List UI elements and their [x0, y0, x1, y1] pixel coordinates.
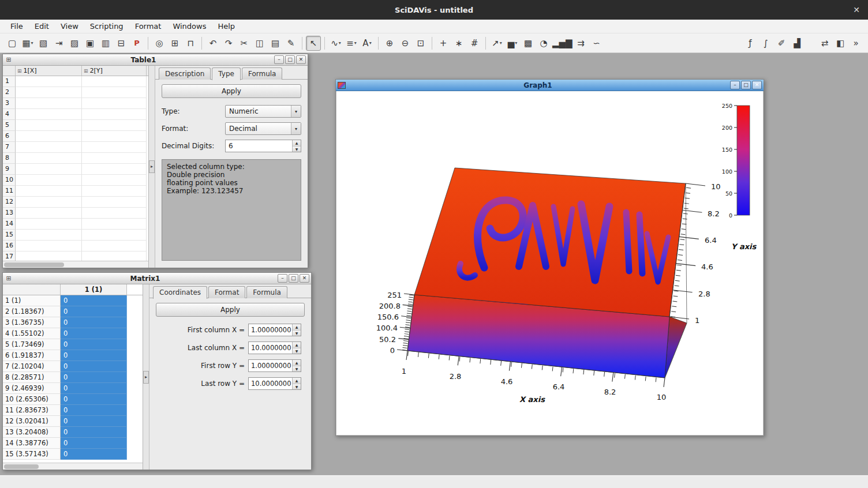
- row-number[interactable]: 15: [3, 230, 16, 241]
- table-cell[interactable]: [16, 109, 82, 120]
- collapse-arrow-icon[interactable]: ▸: [143, 371, 149, 384]
- tab-coordinates[interactable]: Coordinates: [153, 286, 207, 299]
- apply-button[interactable]: Apply: [156, 303, 305, 317]
- spin-down-icon[interactable]: ▼: [293, 384, 301, 390]
- row-number[interactable]: 10: [3, 175, 16, 186]
- tab-format[interactable]: Format: [208, 286, 245, 298]
- menu-view[interactable]: View: [55, 20, 84, 32]
- matrix-cell[interactable]: 0: [61, 405, 127, 416]
- close-button[interactable]: ✕: [296, 55, 306, 64]
- add-text-icon[interactable]: A▾: [360, 36, 375, 51]
- copy-icon[interactable]: ◫: [252, 36, 267, 51]
- row-number[interactable]: 9: [3, 164, 16, 175]
- table-cell[interactable]: [82, 142, 147, 153]
- row-header[interactable]: 13 (3.20408): [3, 427, 61, 438]
- menu-help[interactable]: Help: [212, 20, 241, 32]
- input-value[interactable]: 10.0000000: [249, 342, 292, 354]
- table-cell[interactable]: [16, 251, 82, 261]
- table1-titlebar[interactable]: ⊞ Table1 – □ ✕: [3, 54, 308, 66]
- first-row-y-input[interactable]: 1.00000000▲▼: [248, 359, 301, 372]
- input-value[interactable]: 1.00000000: [249, 324, 292, 336]
- save-project-icon[interactable]: ▣: [83, 36, 98, 51]
- save-as-icon[interactable]: ▥: [98, 36, 113, 51]
- format-dropdown[interactable]: Decimal▾: [225, 122, 301, 135]
- panel-splitter[interactable]: ▸: [149, 66, 155, 268]
- table-cell[interactable]: [82, 175, 147, 186]
- menu-windows[interactable]: Windows: [167, 20, 212, 32]
- decimal-digits-input[interactable]: 6▲▼: [225, 140, 301, 152]
- matrix-cell[interactable]: 0: [61, 339, 127, 350]
- new-aspect-icon[interactable]: ▦▾: [20, 36, 35, 51]
- spin-up-icon[interactable]: ▲: [293, 360, 301, 366]
- new-project-icon[interactable]: ▢: [5, 36, 20, 51]
- table-cell[interactable]: [82, 164, 147, 175]
- data-reader-icon[interactable]: +: [436, 36, 451, 51]
- chevron-down-icon[interactable]: ▾: [291, 123, 301, 134]
- print-icon[interactable]: ⊟: [114, 36, 129, 51]
- table-cell[interactable]: [16, 219, 82, 230]
- table-cell[interactable]: [16, 153, 82, 164]
- show-table-icon[interactable]: ⊞: [167, 36, 182, 51]
- column-header-2y[interactable]: ⊞2[Y]: [82, 66, 147, 76]
- row-number[interactable]: 13: [3, 208, 16, 219]
- undo-icon[interactable]: ↶: [205, 36, 220, 51]
- table-cell[interactable]: [16, 208, 82, 219]
- spin-down-icon[interactable]: ▼: [293, 147, 301, 152]
- row-header[interactable]: 11 (2.83673): [3, 405, 61, 416]
- open-project-icon[interactable]: ▧: [36, 36, 51, 51]
- script-editor-icon[interactable]: ✎: [283, 36, 298, 51]
- tab-formula[interactable]: Formula: [242, 67, 283, 80]
- plot-vectors-icon[interactable]: ⇉: [574, 36, 589, 51]
- menu-file[interactable]: File: [5, 20, 29, 32]
- matrix-column-header[interactable]: 1 (1): [61, 284, 127, 295]
- table-cell[interactable]: [82, 197, 147, 208]
- row-number[interactable]: 5: [3, 120, 16, 131]
- table-cell[interactable]: [16, 241, 82, 251]
- row-header[interactable]: 4 (1.55102): [3, 328, 61, 339]
- spin-down-icon[interactable]: ▼: [293, 366, 301, 372]
- matrix1-titlebar[interactable]: ⊞ Matrix1 – □ ✕: [3, 273, 311, 284]
- table-cell[interactable]: [82, 76, 147, 87]
- row-number[interactable]: 17: [3, 251, 16, 261]
- row-header[interactable]: 9 (2.46939): [3, 383, 61, 394]
- minimize-button[interactable]: –: [730, 81, 740, 89]
- table-cell[interactable]: [82, 120, 147, 131]
- row-number[interactable]: 14: [3, 219, 16, 230]
- row-number[interactable]: 1: [3, 76, 16, 87]
- matrix-cell[interactable]: 0: [61, 306, 127, 317]
- table-cell[interactable]: [16, 230, 82, 241]
- horizontal-scrollbar[interactable]: [3, 463, 143, 470]
- matrix-cell[interactable]: 0: [61, 361, 127, 372]
- minimize-button[interactable]: –: [274, 55, 284, 64]
- spin-up-icon[interactable]: ▲: [293, 140, 301, 147]
- table-cell[interactable]: [16, 76, 82, 87]
- spin-down-icon[interactable]: ▼: [293, 348, 301, 354]
- find-window-icon[interactable]: ◎: [152, 36, 167, 51]
- panel-splitter[interactable]: ▸: [143, 284, 149, 470]
- row-number[interactable]: 7: [3, 142, 16, 153]
- scrollbar-thumb[interactable]: [4, 464, 39, 469]
- cut-icon[interactable]: ✂: [237, 36, 252, 51]
- table-cell[interactable]: [16, 142, 82, 153]
- row-number[interactable]: 2: [3, 87, 16, 98]
- spin-up-icon[interactable]: ▲: [293, 378, 301, 384]
- add-function-icon[interactable]: ∫: [758, 36, 773, 51]
- table-cell[interactable]: [16, 98, 82, 109]
- matrix-cell[interactable]: 0: [61, 438, 127, 449]
- matrix-cell[interactable]: 0: [61, 372, 127, 383]
- tab-formula[interactable]: Formula: [246, 286, 287, 298]
- plot-matrix-icon[interactable]: ▩: [521, 36, 536, 51]
- table-cell[interactable]: [82, 87, 147, 98]
- scrollbar-thumb[interactable]: [4, 262, 64, 267]
- pointer-icon[interactable]: ↖: [306, 36, 321, 51]
- row-number[interactable]: 8: [3, 153, 16, 164]
- table-cell[interactable]: [16, 197, 82, 208]
- matrix-cell[interactable]: 0: [61, 394, 127, 405]
- table-cell[interactable]: [16, 186, 82, 197]
- row-header[interactable]: 14 (3.38776): [3, 438, 61, 449]
- close-button[interactable]: ✕: [752, 81, 762, 89]
- row-header[interactable]: 7 (2.10204): [3, 361, 61, 372]
- lock-icon[interactable]: ⊓: [183, 36, 198, 51]
- import-image-icon[interactable]: ▨: [67, 36, 82, 51]
- input-value[interactable]: 10.0000000: [249, 378, 292, 389]
